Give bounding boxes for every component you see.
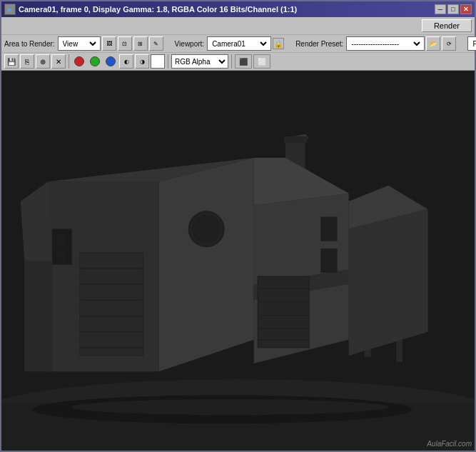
color-swatch-white[interactable] <box>151 54 165 69</box>
preset-dropdown[interactable]: -------------------- <box>346 36 425 51</box>
area-label: Area to Render: <box>4 40 55 48</box>
sep5 <box>168 54 168 69</box>
quality-dropdown[interactable]: Production Draft High <box>467 36 476 51</box>
preset-select[interactable]: -------------------- <box>348 39 422 49</box>
area-group: Area to Render: View 🖼 ⊡ ⊞ ✎ <box>4 36 163 51</box>
svg-marker-37 <box>24 261 52 371</box>
display-mode-btn1[interactable]: ⬛ <box>235 54 252 69</box>
tools-row: 💾 ⎘ ⊕ ✕ ◐ ◑ RGB Alpha R <box>1 52 475 70</box>
area-btn2[interactable]: ⊡ <box>118 36 132 51</box>
sep6 <box>231 54 232 69</box>
svg-point-39 <box>72 399 388 415</box>
green-circle <box>90 56 100 66</box>
svg-rect-12 <box>56 248 66 262</box>
clone-tool-btn[interactable]: ⊕ <box>36 54 50 69</box>
main-window: ▶ Camera01, frame 0, Display Gamma: 1.8,… <box>0 0 476 452</box>
lock-button[interactable]: 🔒 <box>273 38 284 49</box>
watermark: AulaFacil.com <box>427 440 472 448</box>
svg-rect-34 <box>321 248 337 272</box>
viewport-select[interactable]: Camera01 <box>209 39 269 49</box>
preset-save-btn[interactable]: ⟳ <box>442 36 456 51</box>
close-button[interactable]: ✕ <box>460 4 472 14</box>
red-channel-btn[interactable] <box>72 54 86 69</box>
quality-group: Production Draft High <box>467 36 476 51</box>
render-button[interactable]: Render <box>422 19 472 32</box>
svg-rect-11 <box>56 233 66 246</box>
title-bar: ▶ Camera01, frame 0, Display Gamma: 1.8,… <box>1 1 475 17</box>
viewport-label: Viewport: <box>175 40 205 48</box>
viewport-group: Viewport: Camera01 🔒 <box>175 36 285 51</box>
brightness-up-btn[interactable]: ◑ <box>135 54 149 69</box>
area-btn4[interactable]: ✎ <box>149 36 163 51</box>
toolbar-area: Render Area to Render: View 🖼 ⊡ ⊞ ✎ View… <box>1 17 475 71</box>
preset-load-btn[interactable]: 📂 <box>426 36 440 51</box>
green-channel-btn[interactable] <box>88 54 102 69</box>
restore-button[interactable]: □ <box>447 4 459 14</box>
render-row: Render <box>1 17 475 34</box>
svg-marker-35 <box>349 209 428 356</box>
render-viewport: AulaFacil.com <box>1 71 475 451</box>
blue-channel-btn[interactable] <box>103 54 118 69</box>
viewport-dropdown[interactable]: Camera01 <box>207 36 271 51</box>
svg-point-21 <box>192 215 221 243</box>
save-tool-btn[interactable]: 💾 <box>4 54 19 69</box>
svg-rect-33 <box>321 217 337 241</box>
render-scene <box>1 71 475 451</box>
brightness-down-btn[interactable]: ◐ <box>119 54 133 69</box>
svg-rect-9 <box>284 136 308 143</box>
svg-rect-27 <box>258 276 309 348</box>
sep4 <box>69 54 69 69</box>
window-controls: ─ □ ✕ <box>435 4 472 14</box>
display-mode-btn2[interactable]: ⬜ <box>253 54 270 69</box>
area-dropdown[interactable]: View <box>58 36 101 51</box>
minimize-button[interactable]: ─ <box>435 4 446 14</box>
window-title: Camera01, frame 0, Display Gamma: 1.8, R… <box>19 5 435 14</box>
preset-group: Render Preset: -------------------- 📂 ⟳ <box>295 36 456 51</box>
blue-circle <box>106 56 116 66</box>
svg-marker-5 <box>159 158 254 371</box>
app-icon: ▶ <box>4 4 16 15</box>
quality-select[interactable]: Production Draft High <box>470 39 476 49</box>
area-select[interactable]: View <box>60 39 98 49</box>
copy-tool-btn[interactable]: ⎘ <box>20 54 34 69</box>
area-btn3[interactable]: ⊞ <box>133 36 148 51</box>
channel-select[interactable]: RGB Alpha RGB Alpha Red Green Blue Monoc… <box>171 54 228 69</box>
red-circle <box>74 56 84 66</box>
controls-row: Area to Render: View 🖼 ⊡ ⊞ ✎ Viewport: C… <box>1 34 475 52</box>
area-btn1[interactable]: 🖼 <box>102 36 116 51</box>
clear-tool-btn[interactable]: ✕ <box>51 54 66 69</box>
preset-label: Render Preset: <box>295 40 343 48</box>
